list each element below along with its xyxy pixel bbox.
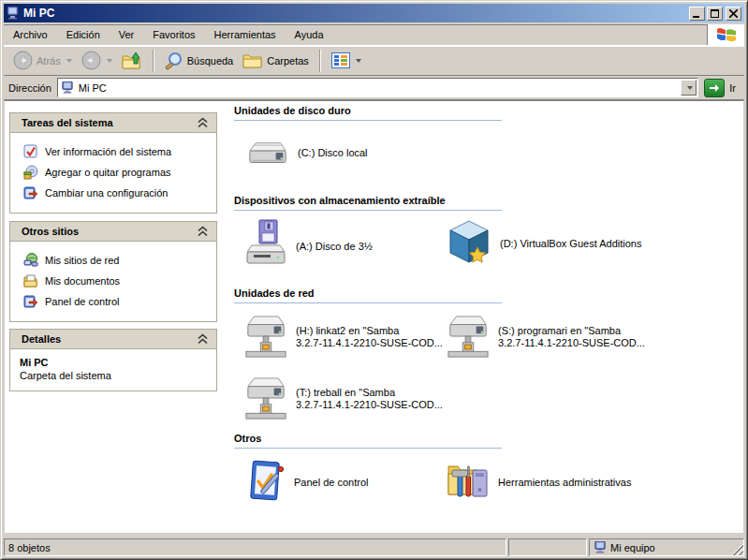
control-panel-icon	[23, 294, 38, 309]
address-label: Dirección	[8, 82, 51, 94]
details-item-type: Carpeta del sistema	[10, 370, 216, 387]
network-places-icon	[23, 253, 38, 268]
details-header[interactable]: Detalles	[10, 330, 216, 349]
maximize-button[interactable]	[707, 7, 723, 21]
computer-icon	[594, 541, 607, 553]
drive-label: (C:) Disco local	[298, 147, 368, 159]
task-label: Ver información del sistema	[45, 146, 171, 157]
address-bar: Dirección Mi PC Ir	[4, 76, 744, 100]
menu-ayuda[interactable]: Ayuda	[286, 24, 333, 45]
menu-edicion[interactable]: Edición	[57, 24, 110, 45]
title-bar[interactable]: Mi PC	[4, 4, 744, 22]
my-computer-window: Mi PC Archivo Edición Ver Favoritos Herr…	[0, 0, 748, 560]
network-drive-icon	[447, 313, 490, 361]
place-network[interactable]: Mis sitios de red	[16, 250, 211, 271]
control-panel-item[interactable]: Panel de control	[246, 459, 369, 506]
place-control-panel[interactable]: Panel de control	[16, 291, 211, 312]
item-label: Panel de control	[294, 477, 369, 489]
back-dropdown-icon[interactable]	[66, 59, 72, 63]
item-label: Herramientas administrativas	[498, 477, 631, 489]
drive-label: (S:) programari en "Samba3.2.7-11.4.1-22…	[498, 325, 645, 349]
system-info-icon	[23, 144, 38, 159]
network-drive-icon	[244, 313, 287, 361]
back-button[interactable]: Atrás	[9, 48, 76, 74]
computer-icon	[6, 7, 20, 20]
panel-title: Tareas del sistema	[22, 117, 113, 128]
go-arrow-icon	[704, 79, 725, 97]
place-label: Mis sitios de red	[45, 255, 119, 266]
place-label: Panel de control	[45, 296, 120, 307]
chevron-down-icon	[687, 86, 693, 90]
search-icon	[165, 52, 183, 70]
chevron-up-icon[interactable]	[197, 333, 209, 345]
folders-button[interactable]: Carpetas	[239, 48, 313, 74]
panel-title: Otros sitios	[22, 226, 79, 237]
section-network-drives: Unidades de red	[234, 287, 502, 303]
place-my-documents[interactable]: Mis documentos	[16, 271, 211, 291]
chevron-up-icon[interactable]	[197, 117, 209, 128]
status-object-count: 8 objetos	[4, 538, 506, 556]
status-empty-pane	[508, 538, 587, 556]
search-label: Búsqueda	[187, 55, 234, 66]
search-button[interactable]: Búsqueda	[161, 48, 238, 74]
task-label: Agregar o quitar programas	[45, 167, 171, 178]
admin-tools-item[interactable]: Herramientas administrativas	[447, 459, 631, 506]
place-label: Mis documentos	[45, 275, 120, 287]
drive-a-item[interactable]: (A:) Disco de 3½	[244, 219, 373, 273]
windows-logo-icon	[707, 24, 744, 45]
task-change-setting[interactable]: Cambiar una configuración	[16, 183, 211, 203]
toolbar-separator	[153, 50, 154, 72]
drive-h-item[interactable]: (H:) linkat2 en "Samba3.2.7-11.4.1-2210-…	[244, 313, 443, 361]
details-item-name: Mi PC	[10, 351, 216, 370]
drive-t-item[interactable]: (T:) treball en "Samba3.2.7-11.4.1-2210-…	[244, 375, 443, 423]
close-button[interactable]	[726, 7, 741, 21]
change-setting-icon	[23, 185, 38, 200]
other-places-header[interactable]: Otros sitios	[10, 222, 216, 242]
forward-button[interactable]	[78, 48, 116, 74]
drive-s-item[interactable]: (S:) programari en "Samba3.2.7-11.4.1-22…	[447, 313, 645, 361]
panel-title: Detalles	[22, 333, 61, 345]
computer-icon	[61, 81, 74, 94]
status-bar: 8 objetos Mi equipo	[4, 537, 744, 556]
chevron-up-icon[interactable]	[197, 226, 209, 237]
drive-c-item[interactable]: (C:) Disco local	[246, 133, 368, 172]
admin-tools-icon	[447, 459, 490, 506]
drive-label: (T:) treball en "Samba3.2.7-11.4.1-2210-…	[296, 387, 443, 411]
go-label: Ir	[729, 82, 736, 94]
zone-label: Mi equipo	[610, 542, 655, 553]
section-removable: Dispositivos con almacenamiento extraíbl…	[234, 195, 502, 211]
network-drive-icon	[244, 375, 287, 423]
resize-grip[interactable]	[731, 543, 743, 555]
address-value: Mi PC	[79, 82, 676, 94]
hard-drive-icon	[246, 133, 289, 172]
system-tasks-header[interactable]: Tareas del sistema	[10, 113, 216, 133]
menu-archivo[interactable]: Archivo	[4, 24, 57, 45]
forward-dropdown-icon[interactable]	[107, 59, 112, 63]
task-add-remove-programs[interactable]: Agregar o quitar programas	[16, 162, 211, 183]
menu-ver[interactable]: Ver	[110, 24, 144, 45]
drive-d-item[interactable]: (D:) VirtualBox Guest Additions	[447, 219, 641, 268]
drive-label: (A:) Disco de 3½	[296, 241, 373, 253]
go-button[interactable]: Ir	[704, 79, 740, 97]
folder-icon	[242, 52, 263, 69]
back-label: Atrás	[37, 55, 61, 66]
folder-up-icon	[122, 52, 142, 70]
add-remove-programs-icon	[23, 165, 38, 180]
views-button[interactable]	[328, 48, 365, 74]
my-documents-icon	[23, 273, 38, 288]
menu-bar: Archivo Edición Ver Favoritos Herramient…	[4, 24, 744, 46]
window-title: Mi PC	[23, 7, 685, 20]
menu-herramientas[interactable]: Herramientas	[205, 24, 286, 45]
toolbar-separator	[319, 50, 321, 72]
control-panel-icon	[246, 459, 286, 506]
address-input[interactable]: Mi PC	[57, 78, 698, 97]
up-button[interactable]	[118, 48, 146, 74]
minimize-button[interactable]	[689, 7, 705, 21]
views-dropdown-icon[interactable]	[356, 59, 361, 63]
back-icon	[13, 51, 33, 70]
menu-favoritos[interactable]: Favoritos	[143, 24, 204, 45]
task-view-system-info[interactable]: Ver información del sistema	[16, 141, 211, 162]
details-panel: Detalles Mi PC Carpeta del sistema	[9, 329, 217, 391]
address-dropdown-button[interactable]	[681, 80, 697, 96]
folders-label: Carpetas	[267, 55, 309, 66]
